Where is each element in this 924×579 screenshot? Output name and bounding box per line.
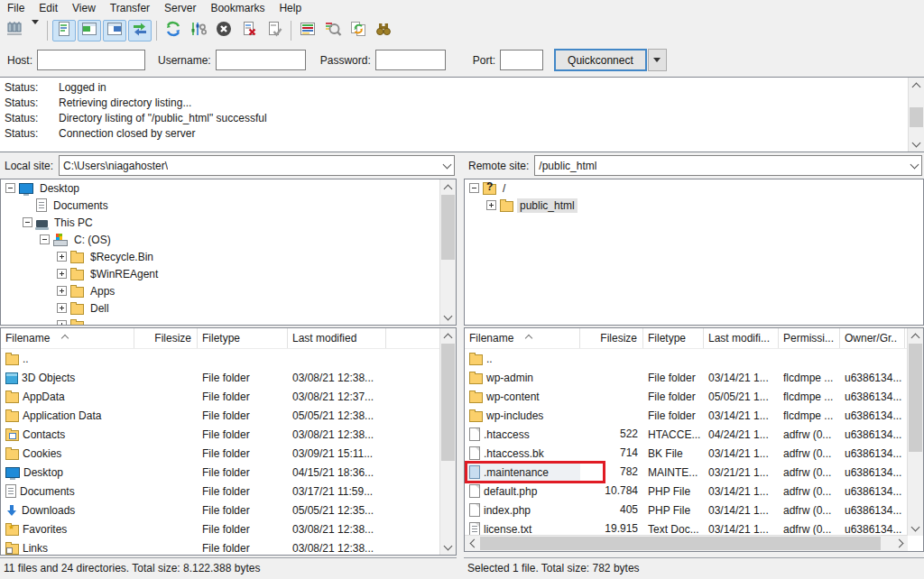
expand-toggle[interactable]: [57, 269, 67, 279]
column-header-lastmodifi[interactable]: Last modifi...: [704, 328, 779, 348]
scrollbar-thumb[interactable]: [480, 537, 881, 550]
file-row[interactable]: CookiesFile folder03/09/21 15:11...: [1, 444, 456, 463]
scrollbar-thumb[interactable]: [441, 195, 455, 260]
file-row[interactable]: .htaccess522HTACCE...04/24/21 1...adfrw …: [465, 425, 923, 444]
scroll-up-button[interactable]: [440, 179, 456, 195]
tree-item-dell[interactable]: Dell: [1, 299, 456, 317]
expand-toggle[interactable]: [486, 200, 496, 210]
menu-edit[interactable]: Edit: [32, 0, 65, 17]
scroll-up-button[interactable]: [440, 328, 456, 344]
log-scrollbar[interactable]: [908, 78, 924, 152]
scrollbar-thumb[interactable]: [910, 107, 923, 127]
local-list-scrollbar[interactable]: [439, 328, 456, 555]
collapse-toggle[interactable]: [40, 234, 50, 244]
collapse-toggle[interactable]: [5, 183, 15, 193]
file-row[interactable]: ..: [465, 349, 923, 368]
file-row[interactable]: ContactsFile folder03/08/21 12:38...: [1, 425, 456, 444]
scroll-left-button[interactable]: [465, 536, 480, 551]
column-header-permissi[interactable]: Permissi...: [779, 328, 840, 348]
scroll-down-button[interactable]: [440, 309, 456, 325]
file-row[interactable]: 3D ObjectsFile folder03/08/21 12:38...: [1, 368, 456, 387]
menu-view[interactable]: View: [65, 0, 103, 17]
file-row[interactable]: default.php10.784PHP File03/14/21 1...ad…: [465, 482, 923, 501]
expand-toggle[interactable]: [57, 320, 67, 326]
pane-splitter[interactable]: [457, 152, 464, 579]
remote-list-scrollbar[interactable]: [907, 328, 923, 536]
toggle-transfer-queue-button[interactable]: [128, 20, 152, 41]
tree-item-c-os-[interactable]: C: (OS): [1, 231, 456, 248]
tree-item-apps[interactable]: Apps: [1, 282, 456, 299]
file-row[interactable]: DocumentsFile folder03/17/21 11:59...: [1, 482, 456, 501]
scroll-down-button[interactable]: [440, 539, 456, 555]
column-header-filename[interactable]: Filename: [465, 328, 580, 348]
scrollbar-thumb[interactable]: [441, 344, 455, 461]
toggle-remote-tree-button[interactable]: [103, 20, 126, 41]
successful-transfers-button[interactable]: [263, 20, 286, 41]
column-header-ownergr[interactable]: Owner/Gr..: [840, 328, 905, 348]
file-row[interactable]: wp-contentFile folder05/05/21 1...flcdmp…: [465, 387, 923, 406]
column-header-filename[interactable]: Filename: [1, 328, 134, 348]
file-row[interactable]: ..: [1, 349, 456, 368]
tree-item--recycle-bin[interactable]: $Recycle.Bin: [1, 248, 456, 265]
tree-item--winreagent[interactable]: $WinREAgent: [1, 265, 456, 282]
remove-failed-transfers-button[interactable]: [237, 20, 261, 41]
column-header-lastmodified[interactable]: Last modified: [288, 328, 386, 348]
remote-site-combobox[interactable]: /public_html: [534, 155, 922, 176]
tree-item--[interactable]: /: [465, 179, 923, 197]
cancel-button[interactable]: [212, 20, 236, 41]
file-row[interactable]: wp-includesFile folder03/14/21 1...flcdm…: [465, 406, 923, 425]
scroll-right-button[interactable]: [892, 536, 908, 551]
toggle-message-log-button[interactable]: [52, 20, 76, 41]
menu-help[interactable]: Help: [272, 0, 309, 17]
column-header-filesize[interactable]: Filesize: [134, 328, 198, 348]
username-input[interactable]: [216, 50, 306, 70]
file-row[interactable]: wp-adminFile folder03/14/21 1...flcdmpe …: [465, 368, 923, 387]
port-input[interactable]: [500, 50, 543, 70]
quickconnect-dropdown-button[interactable]: [648, 49, 667, 71]
file-row[interactable]: LinksFile folder03/08/21 12:38...: [1, 538, 456, 556]
menu-file[interactable]: File: [0, 0, 32, 17]
collapse-toggle[interactable]: [469, 183, 479, 193]
collapse-toggle[interactable]: [23, 217, 32, 227]
scroll-up-button[interactable]: [908, 328, 923, 344]
local-site-combobox[interactable]: C:\Users\niagahoster\: [59, 155, 455, 176]
site-manager-button[interactable]: [3, 20, 26, 41]
column-header-filesize[interactable]: Filesize: [580, 328, 643, 348]
file-row[interactable]: .maintenance782MAINTE...03/21/21 1...adf…: [465, 463, 923, 482]
file-row[interactable]: Application DataFile folder05/05/21 12:3…: [1, 406, 456, 425]
expand-toggle[interactable]: [57, 303, 67, 313]
file-row[interactable]: DesktopFile folder04/15/21 18:36...: [1, 463, 456, 482]
menu-transfer[interactable]: Transfer: [103, 0, 157, 17]
column-header-filetype[interactable]: Filetype: [198, 328, 288, 348]
password-input[interactable]: [375, 50, 446, 70]
expand-toggle[interactable]: [57, 252, 67, 262]
find-files-button[interactable]: [372, 20, 395, 41]
file-row[interactable]: DownloadsFile folder05/05/21 12:35...: [1, 501, 456, 519]
quickconnect-button[interactable]: Quickconnect: [554, 49, 647, 71]
tree-item-documents[interactable]: Documents: [1, 197, 456, 214]
refresh-button[interactable]: [162, 20, 185, 41]
directory-comparison-button[interactable]: [321, 20, 345, 41]
expand-toggle[interactable]: [57, 286, 67, 296]
scroll-down-button[interactable]: [909, 136, 924, 152]
scroll-up-button[interactable]: [909, 78, 924, 93]
remote-list-hscrollbar[interactable]: [465, 535, 908, 551]
menu-bookmarks[interactable]: Bookmarks: [203, 0, 272, 17]
scroll-down-button[interactable]: [908, 520, 923, 536]
tree-item-public-html[interactable]: public_html: [465, 197, 923, 214]
tree-item-partial[interactable]: [1, 317, 456, 326]
tree-item-desktop[interactable]: Desktop: [1, 179, 456, 197]
file-row[interactable]: .htaccess.bk714BK File03/14/21 1...adfrw…: [465, 444, 923, 463]
filter-button[interactable]: [296, 20, 319, 41]
menu-server[interactable]: Server: [157, 0, 203, 17]
file-row[interactable]: FavoritesFile folder03/08/21 12:38...: [1, 519, 456, 538]
local-tree-scrollbar[interactable]: [439, 179, 456, 325]
file-row[interactable]: AppDataFile folder03/08/21 12:37...: [1, 387, 456, 406]
synchronized-browsing-button[interactable]: [346, 20, 370, 41]
host-input[interactable]: [37, 50, 145, 70]
file-row[interactable]: index.php405PHP File03/14/21 1...adfrw (…: [465, 501, 923, 519]
site-manager-dropdown-button[interactable]: [28, 20, 42, 41]
toggle-local-tree-button[interactable]: [78, 20, 101, 41]
tree-item-this-pc[interactable]: This PC: [1, 214, 456, 231]
column-header-filetype[interactable]: Filetype: [643, 328, 704, 348]
